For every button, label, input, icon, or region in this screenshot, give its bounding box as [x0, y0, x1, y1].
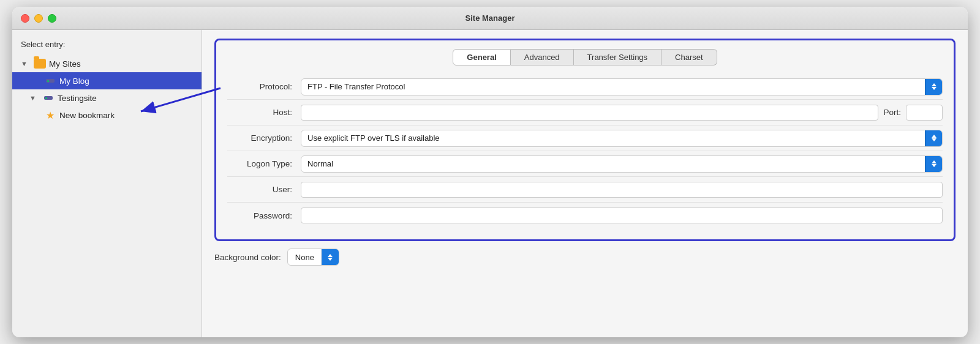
encryption-arrow-btn[interactable] [925, 130, 942, 147]
arrow-up-icon-3 [932, 160, 937, 163]
logon-type-control: Normal [301, 155, 943, 173]
logon-type-select[interactable]: Normal [301, 155, 943, 173]
chevron-icon-2: ▼ [29, 94, 39, 102]
protocol-control: FTP - File Transfer Protocol [301, 78, 943, 95]
arrow-down-icon-4 [328, 258, 333, 261]
tab-advanced[interactable]: Advanced [511, 49, 574, 65]
password-input[interactable] [301, 208, 943, 223]
encryption-label: Encryption: [227, 133, 301, 143]
tree-item-new-bookmark[interactable]: ★ New bookmark [12, 107, 202, 124]
protocol-label: Protocol: [227, 82, 301, 91]
bottom-area: Background color: None [214, 241, 956, 266]
close-button[interactable] [21, 14, 29, 23]
background-color-label: Background color: [214, 253, 281, 262]
arrow-up-icon-4 [328, 254, 333, 257]
port-label: Port: [883, 108, 901, 117]
tabs-row: General Advanced Transfer Settings Chars… [227, 49, 943, 65]
tab-general[interactable]: General [453, 49, 510, 65]
server-icon-2 [42, 92, 55, 104]
user-row: User: [227, 177, 943, 203]
password-label: Password: [227, 211, 301, 220]
logon-type-value: Normal [301, 159, 925, 168]
host-control: Port: [301, 105, 943, 121]
arrow-up-icon-2 [932, 135, 937, 138]
arrow-down-icon-2 [932, 138, 937, 141]
maximize-button[interactable] [48, 14, 56, 23]
traffic-lights [21, 14, 56, 23]
site-manager-window: Site Manager Select entry: [12, 7, 968, 337]
main-content: Select entry: ▼ [12, 30, 968, 337]
star-icon: ★ [44, 109, 56, 121]
encryption-value: Use explicit FTP over TLS if available [301, 133, 925, 143]
protocol-row: Protocol: FTP - File Transfer Protocol [227, 74, 943, 100]
user-label: User: [227, 185, 301, 194]
select-entry-label: Select entry: [12, 36, 202, 55]
background-color-arrow-btn[interactable] [322, 249, 339, 266]
tab-transfer-settings[interactable]: Transfer Settings [574, 49, 662, 65]
testingsite-label: Testingsite [58, 94, 97, 103]
arrow-down-icon-3 [932, 164, 937, 167]
window-title: Site Manager [466, 13, 515, 23]
protocol-arrow-btn[interactable] [925, 78, 942, 95]
form-grid: Protocol: FTP - File Transfer Protocol [227, 74, 943, 228]
minimize-button[interactable] [34, 14, 43, 23]
tab-charset[interactable]: Charset [662, 49, 717, 65]
logon-type-row: Logon Type: Normal [227, 151, 943, 177]
background-color-value: None [288, 253, 322, 262]
protocol-select[interactable]: FTP - File Transfer Protocol [301, 78, 943, 95]
user-input[interactable] [301, 182, 943, 198]
background-color-select[interactable]: None [287, 249, 339, 266]
host-label: Host: [227, 108, 301, 117]
right-panel: General Advanced Transfer Settings Chars… [202, 30, 968, 337]
folder-icon [34, 58, 46, 70]
arrow-up-icon [932, 83, 937, 86]
password-control [301, 208, 943, 223]
tree-item-my-sites[interactable]: ▼ My Sites [12, 55, 202, 72]
tree-item-my-blog[interactable]: My Blog [12, 72, 202, 89]
left-panel: Select entry: ▼ [12, 30, 202, 337]
logon-type-label: Logon Type: [227, 159, 301, 168]
my-blog-label: My Blog [59, 77, 89, 86]
port-input[interactable] [906, 105, 943, 121]
new-bookmark-label: New bookmark [59, 111, 115, 120]
server-icon [44, 75, 56, 87]
encryption-select[interactable]: Use explicit FTP over TLS if available [301, 130, 943, 147]
protocol-value: FTP - File Transfer Protocol [301, 82, 925, 91]
arrow-down-icon [932, 87, 937, 90]
titlebar: Site Manager [12, 7, 968, 30]
password-row: Password: [227, 203, 943, 228]
tree-item-testingsite[interactable]: ▼ Testingsite [12, 89, 202, 107]
encryption-row: Encryption: Use explicit FTP over TLS if… [227, 125, 943, 151]
encryption-control: Use explicit FTP over TLS if available [301, 130, 943, 147]
logon-type-arrow-btn[interactable] [925, 155, 942, 173]
my-sites-label: My Sites [49, 59, 81, 69]
host-row: Host: Port: [227, 100, 943, 125]
user-control [301, 182, 943, 198]
host-input[interactable] [301, 105, 878, 121]
tabs-border-box: General Advanced Transfer Settings Chars… [214, 39, 956, 241]
chevron-icon: ▼ [21, 60, 31, 67]
tree-container: ▼ My Sites My Blog [12, 55, 202, 124]
